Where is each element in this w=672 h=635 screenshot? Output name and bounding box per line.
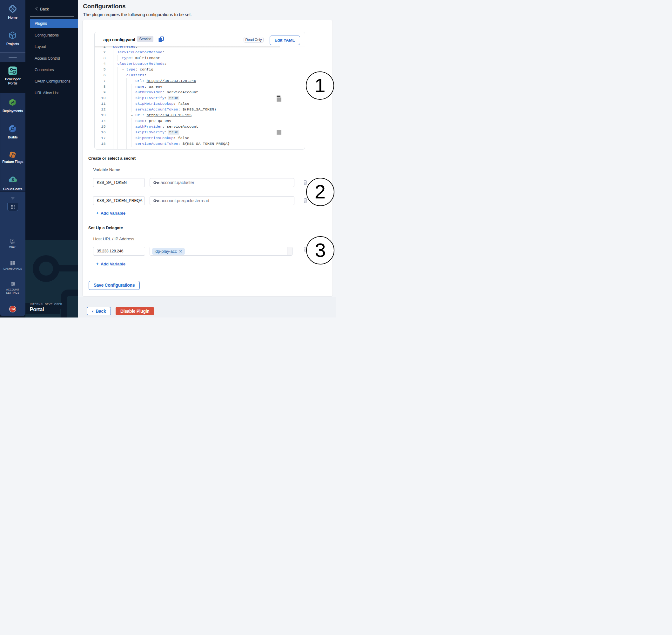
svg-text:$: $ bbox=[12, 177, 14, 182]
svg-text:?: ? bbox=[11, 239, 13, 242]
